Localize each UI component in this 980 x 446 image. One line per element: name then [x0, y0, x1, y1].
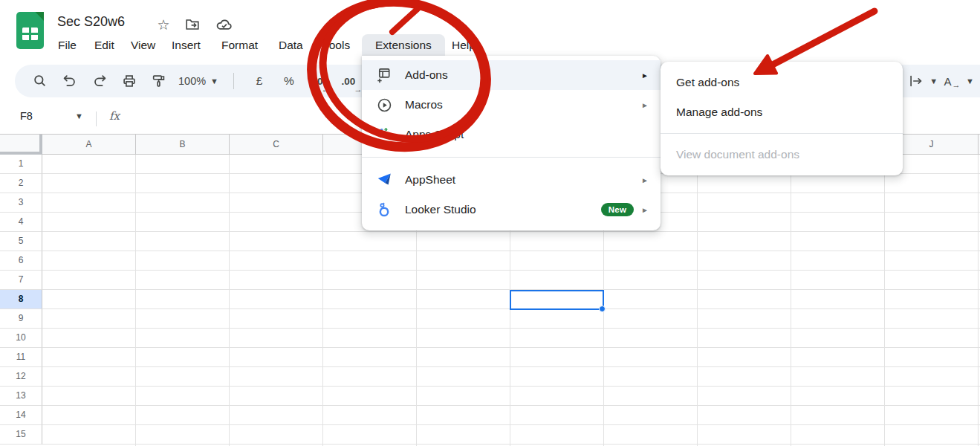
menu-item-add-ons[interactable]: Add-ons ►: [362, 60, 661, 90]
arrow-right-icon: →: [354, 85, 362, 94]
zoom-selector[interactable]: 100% ▼: [174, 68, 223, 94]
row-headers: 123456789101112131415: [0, 155, 42, 446]
formula-bar-divider: [96, 112, 97, 126]
fill-handle[interactable]: [599, 306, 606, 312]
submenu-arrow-icon: ►: [641, 206, 649, 214]
row-header-5[interactable]: 5: [0, 232, 42, 251]
menu-tools[interactable]: Tools: [323, 35, 350, 56]
menu-help[interactable]: Help: [452, 35, 476, 56]
menu-view[interactable]: View: [131, 35, 155, 56]
row-header-1[interactable]: 1: [0, 155, 42, 174]
menu-format[interactable]: Format: [221, 35, 258, 56]
redo-button[interactable]: [85, 68, 114, 94]
row-header-9[interactable]: 9: [0, 309, 42, 329]
menu-insert[interactable]: Insert: [172, 35, 201, 56]
name-box-dropdown-icon[interactable]: ▼: [75, 112, 83, 120]
row-header-2[interactable]: 2: [0, 174, 42, 193]
google-sheets-logo[interactable]: [16, 12, 44, 49]
menu-item-looker-studio[interactable]: Looker Studio New ►: [362, 195, 661, 224]
apps-script-icon: [376, 126, 395, 143]
redo-icon: [91, 73, 108, 89]
menu-item-appsheet[interactable]: AppSheet ►: [362, 165, 661, 195]
undo-icon: [62, 73, 78, 89]
macros-icon: [376, 97, 395, 114]
menu-item-apps-script[interactable]: Apps Script: [362, 120, 661, 149]
google-sheets-window: ABCDEFGHIJ 123456789101112131415 Sec S20…: [0, 0, 980, 446]
search-icon: [32, 73, 48, 89]
row-header-14[interactable]: 14: [0, 406, 42, 425]
text-rotation-button[interactable]: A →: [939, 68, 964, 94]
row-header-3[interactable]: 3: [0, 193, 42, 213]
new-badge: New: [601, 203, 634, 216]
column-header-A[interactable]: A: [42, 135, 136, 154]
row-header-15[interactable]: 15: [0, 425, 42, 445]
column-header-C[interactable]: C: [230, 135, 323, 154]
menu-divider: [362, 157, 661, 158]
menu-file[interactable]: File: [58, 35, 77, 56]
submenu-arrow-icon: ►: [641, 71, 649, 80]
cloud-saved-icon[interactable]: [215, 16, 233, 33]
print-icon: [121, 73, 137, 89]
paint-format-icon: [151, 73, 167, 89]
menu-edit[interactable]: Edit: [94, 35, 114, 56]
row-header-11[interactable]: 11: [0, 348, 42, 367]
row-header-8[interactable]: 8: [0, 290, 42, 309]
search-button[interactable]: [25, 68, 55, 94]
submenu-arrow-icon: ►: [641, 101, 649, 109]
add-ons-submenu: Get add-ons Manage add-ons View document…: [661, 62, 903, 175]
chevron-down-icon[interactable]: ▼: [966, 77, 974, 85]
undo-button[interactable]: [55, 68, 85, 94]
appsheet-icon: [376, 172, 395, 188]
percent-format-button[interactable]: %: [274, 68, 304, 94]
currency-format-button[interactable]: £: [244, 68, 274, 94]
move-folder-icon[interactable]: [184, 16, 201, 33]
menu-divider: [661, 133, 903, 134]
add-ons-icon: [376, 66, 395, 84]
column-header-B[interactable]: B: [136, 135, 230, 154]
arrow-left-icon: ←: [322, 85, 330, 94]
submenu-arrow-icon: ►: [641, 176, 649, 184]
zoom-value: 100%: [178, 75, 206, 87]
star-icon[interactable]: ☆: [155, 16, 172, 33]
row-header-6[interactable]: 6: [0, 251, 42, 271]
decrease-decimal-button[interactable]: .0←: [304, 68, 334, 94]
text-wrapping-icon: [908, 73, 924, 89]
row-header-4[interactable]: 4: [0, 213, 42, 232]
document-title[interactable]: Sec S20w6: [57, 14, 125, 30]
chevron-down-icon[interactable]: ▼: [929, 77, 938, 85]
toolbar-divider: [233, 73, 234, 89]
chevron-down-icon: ▼: [210, 77, 218, 85]
submenu-item-view-document-add-ons: View document add-ons: [661, 140, 903, 169]
submenu-item-manage-add-ons[interactable]: Manage add-ons: [661, 97, 903, 127]
active-cell-outline[interactable]: [510, 290, 604, 310]
row-header-12[interactable]: 12: [0, 367, 42, 387]
name-box[interactable]: F8: [20, 110, 33, 122]
menu-extensions[interactable]: Extensions: [362, 34, 445, 56]
print-button[interactable]: [114, 68, 144, 94]
menu-data[interactable]: Data: [279, 35, 303, 56]
text-wrapping-button[interactable]: [904, 68, 928, 94]
row-header-7[interactable]: 7: [0, 271, 42, 290]
arrow-right-icon: →: [953, 80, 961, 89]
fx-icon: fx: [109, 109, 120, 123]
increase-decimal-button[interactable]: .00→: [334, 68, 363, 94]
row-header-13[interactable]: 13: [0, 387, 42, 406]
looker-studio-icon: [376, 201, 395, 219]
submenu-item-get-add-ons[interactable]: Get add-ons: [661, 68, 903, 97]
menu-item-macros[interactable]: Macros ►: [362, 90, 661, 120]
row-header-10[interactable]: 10: [0, 329, 42, 348]
paint-format-button[interactable]: [144, 68, 174, 94]
extensions-dropdown-menu: Add-ons ► Macros ► Apps Script: [362, 56, 661, 230]
